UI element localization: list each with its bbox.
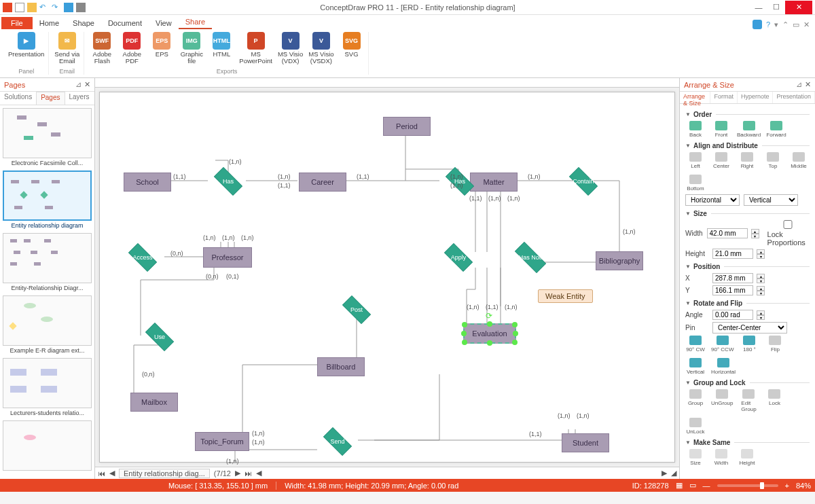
ungroup-button[interactable]: UnGroup: [711, 389, 733, 412]
print-icon[interactable]: [76, 3, 86, 12]
sec-group[interactable]: Group and Lock: [685, 379, 810, 386]
home-tab[interactable]: Home: [33, 17, 66, 29]
unlock-button[interactable]: UnLock: [685, 418, 706, 435]
tab-layers[interactable]: Layers: [65, 92, 94, 105]
export-svg-button[interactable]: SVGSVG: [340, 32, 364, 65]
rotate-ccw-button[interactable]: 90° CCW: [711, 336, 734, 353]
thumb-0[interactable]: Electronic Facsimile Coll...: [3, 108, 92, 166]
nav-next-icon[interactable]: ▶: [235, 469, 240, 478]
thumb-5[interactable]: [3, 420, 92, 471]
entity-bibliography[interactable]: Bibliography: [596, 251, 643, 270]
view-mode-icon[interactable]: ▭: [689, 481, 696, 490]
spin-down-icon[interactable]: ▾: [751, 234, 759, 238]
sec-same[interactable]: Make Same: [685, 439, 810, 446]
min-pane-icon[interactable]: ⌃: [782, 20, 789, 29]
entity-school[interactable]: School: [124, 173, 171, 192]
entity-professor[interactable]: Professor: [203, 247, 252, 268]
align-center-button[interactable]: Center: [711, 152, 731, 169]
document-tab[interactable]: Document: [101, 17, 149, 29]
distribute-vertical-select[interactable]: Vertical: [744, 194, 798, 206]
restore-icon[interactable]: ▭: [793, 20, 799, 29]
sec-size[interactable]: Size: [685, 210, 810, 217]
thumb-4[interactable]: Lecturers-students relatio...: [3, 358, 92, 416]
flip-button[interactable]: Flip: [765, 336, 785, 353]
help-icon[interactable]: ?: [766, 20, 770, 29]
nav-last-icon[interactable]: ⏭: [244, 469, 252, 478]
zoom-out-icon[interactable]: —: [703, 482, 710, 490]
entity-career[interactable]: Career: [299, 173, 346, 192]
entity-topic[interactable]: Topic_Forum: [195, 432, 249, 451]
file-tab[interactable]: File: [1, 17, 33, 29]
redo-icon[interactable]: ↷: [52, 3, 61, 12]
export-vdx-button[interactable]: VMS Visio (VDX): [278, 32, 303, 65]
resize-corner-icon[interactable]: ◢: [671, 469, 676, 478]
minimize-button[interactable]: —: [750, 1, 767, 14]
rotate-cw-button[interactable]: 90° CW: [685, 336, 706, 353]
align-right-button[interactable]: Right: [737, 152, 757, 169]
close-right-panel-icon[interactable]: ✕: [805, 80, 811, 89]
diagram-canvas[interactable]: Period School Career Matter Professor Bi…: [99, 92, 675, 463]
entity-period[interactable]: Period: [383, 117, 431, 136]
export-html-button[interactable]: HTMLHTML: [209, 32, 234, 65]
rel-post[interactable]: Post: [338, 300, 376, 319]
zoom-slider[interactable]: [717, 484, 778, 487]
dropdown-icon[interactable]: ▾: [774, 20, 778, 29]
same-height-button[interactable]: Height: [737, 449, 757, 466]
thumb-3[interactable]: Example E-R diagram ext...: [3, 295, 92, 354]
entity-billboard[interactable]: Billboard: [317, 357, 365, 376]
lock-proportions-checkbox[interactable]: [767, 220, 808, 229]
export-vsdx-button[interactable]: VMS Visio (VSDX): [308, 32, 333, 65]
entity-evaluation[interactable]: Evaluation ⟳: [463, 323, 516, 344]
rp-tab-presentation[interactable]: Presentation: [773, 92, 815, 103]
pin-icon[interactable]: ⊿: [75, 80, 82, 89]
pin-select[interactable]: Center-Center: [712, 322, 787, 334]
rel-use[interactable]: Use: [141, 327, 179, 346]
zoom-in-icon[interactable]: +: [785, 482, 789, 490]
rel-apply[interactable]: Apply: [439, 248, 477, 267]
shape-tab[interactable]: Shape: [66, 17, 101, 29]
undo-icon[interactable]: ↶: [39, 3, 49, 12]
same-width-button[interactable]: Width: [711, 449, 731, 466]
pin-icon[interactable]: ⊿: [796, 80, 802, 89]
share-tab[interactable]: Share: [179, 16, 212, 29]
edit-group-button[interactable]: Edit Group: [738, 389, 759, 412]
rp-tab-arrange[interactable]: Arrange & Size: [680, 92, 710, 103]
flip-vertical-button[interactable]: Vertical: [685, 358, 706, 375]
sec-order[interactable]: Order: [685, 111, 810, 118]
order-backward-button[interactable]: Backward: [737, 121, 761, 138]
sec-position[interactable]: Position: [685, 263, 810, 270]
save-icon[interactable]: [64, 3, 73, 12]
thumb-2[interactable]: Entity-Relationship Diagr...: [3, 233, 92, 291]
angle-input[interactable]: [712, 310, 753, 320]
order-back-button[interactable]: Back: [685, 121, 706, 138]
height-input[interactable]: [712, 249, 753, 259]
flip-horizontal-button[interactable]: Horizontal: [711, 358, 736, 375]
export-ppt-button[interactable]: PMS PowerPoint: [239, 32, 272, 65]
scroll-right-icon[interactable]: ▶: [662, 469, 667, 478]
open-icon[interactable]: [27, 3, 37, 12]
align-bottom-button[interactable]: Bottom: [685, 175, 706, 192]
rotate-handle-icon[interactable]: ⟳: [486, 311, 492, 321]
cloud-icon[interactable]: [753, 20, 762, 29]
thumb-1[interactable]: Entity relationship diagram: [3, 170, 92, 229]
spin-up-icon[interactable]: ▴: [751, 229, 759, 234]
pos-y-input[interactable]: [712, 285, 753, 295]
export-flash-button[interactable]: SWFAdobe Flash: [90, 32, 114, 65]
export-pdf-button[interactable]: PDFAdobe PDF: [120, 32, 144, 65]
tab-solutions[interactable]: Solutions: [0, 92, 36, 105]
nav-first-icon[interactable]: ⏮: [98, 469, 105, 478]
group-button[interactable]: Group: [685, 389, 706, 412]
sec-rotate[interactable]: Rotate and Flip: [685, 300, 810, 307]
rotate-180-button[interactable]: 180 °: [739, 336, 759, 353]
new-icon[interactable]: [15, 3, 24, 12]
nav-prev-icon[interactable]: ◀: [109, 469, 115, 478]
align-top-button[interactable]: Top: [763, 152, 783, 169]
rel-has1[interactable]: Has: [209, 172, 247, 191]
order-front-button[interactable]: Front: [711, 121, 731, 138]
rel-access[interactable]: Access: [124, 248, 162, 267]
layout-mode-icon[interactable]: ▦: [676, 481, 683, 490]
view-tab[interactable]: View: [149, 17, 179, 29]
maximize-button[interactable]: ☐: [767, 1, 785, 14]
rel-ithasnotes[interactable]: It Has Notes: [509, 248, 552, 267]
sec-align[interactable]: Align and Distribute: [685, 142, 810, 149]
